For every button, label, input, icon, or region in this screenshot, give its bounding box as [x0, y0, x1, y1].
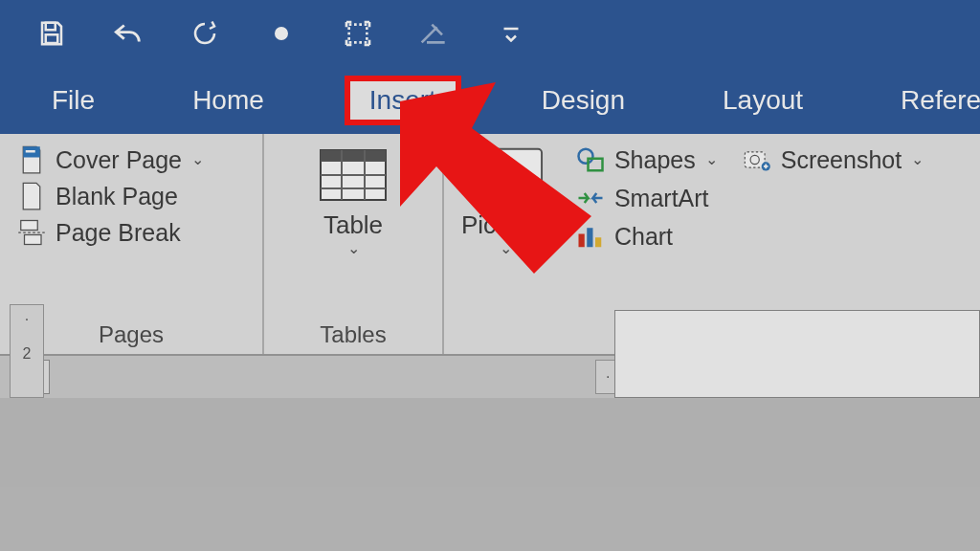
pictures-button[interactable]: Pictures ⌄ — [461, 145, 551, 252]
chevron-down-icon: ⌄ — [705, 157, 718, 163]
table-button[interactable]: Table ⌄ — [315, 145, 391, 252]
smartart-icon — [576, 184, 605, 212]
save-icon[interactable] — [34, 16, 69, 51]
svg-rect-16 — [595, 237, 601, 247]
group-tables-label: Tables — [281, 316, 425, 348]
svg-rect-15 — [587, 228, 592, 247]
tab-design[interactable]: Design — [524, 79, 642, 121]
cover-page-label: Cover Page — [56, 146, 182, 174]
chart-label: Chart — [614, 223, 673, 251]
svg-rect-9 — [321, 150, 386, 162]
group-pages-label: Pages — [17, 316, 245, 348]
vertical-ruler[interactable]: · 2 — [10, 304, 44, 398]
select-object-icon[interactable] — [341, 16, 375, 51]
quick-access-toolbar — [0, 0, 980, 67]
chart-icon — [576, 222, 605, 251]
customize-qat-icon[interactable] — [494, 16, 528, 51]
undo-icon[interactable] — [111, 16, 145, 51]
tab-insert[interactable]: Insert — [345, 76, 461, 125]
screenshot-label: Screenshot — [781, 146, 902, 174]
chevron-down-icon: ⌄ — [347, 246, 360, 252]
screenshot-button[interactable]: Screenshot ⌄ — [743, 145, 924, 174]
svg-rect-0 — [46, 23, 56, 31]
pictures-label: Pictures — [461, 210, 551, 240]
smartart-label: SmartArt — [614, 185, 709, 212]
tab-references[interactable]: References — [883, 79, 980, 121]
cover-page-icon — [17, 145, 46, 174]
group-tables: Table ⌄ Tables — [264, 134, 444, 354]
ribbon-tabstrip: File Home Insert Design Layout Reference… — [0, 67, 980, 134]
table-label: Table — [323, 210, 383, 240]
touch-mode-icon[interactable] — [264, 16, 299, 51]
page-break-icon — [17, 218, 46, 247]
tab-home[interactable]: Home — [175, 79, 281, 121]
table-icon — [315, 145, 391, 205]
chevron-down-icon: ⌄ — [500, 246, 512, 252]
tab-layout[interactable]: Layout — [705, 79, 820, 121]
tab-file[interactable]: File — [34, 79, 112, 121]
svg-rect-6 — [21, 221, 38, 231]
page-surface[interactable] — [614, 310, 980, 398]
blank-page-button[interactable]: Blank Page — [17, 182, 204, 210]
smartart-button[interactable]: SmartArt — [576, 184, 718, 212]
shapes-label: Shapes — [614, 146, 696, 174]
page-break-label: Page Break — [56, 219, 181, 247]
blank-page-label: Blank Page — [56, 183, 178, 210]
svg-point-11 — [484, 158, 500, 173]
svg-rect-1 — [46, 34, 58, 43]
shapes-icon — [576, 145, 605, 174]
svg-rect-14 — [578, 234, 584, 248]
svg-point-2 — [276, 28, 286, 38]
screenshot-icon — [743, 145, 771, 174]
page-break-button[interactable]: Page Break — [17, 218, 204, 247]
pictures-icon — [468, 145, 545, 205]
svg-point-12 — [578, 149, 592, 164]
blank-page-icon — [17, 182, 46, 210]
clear-format-icon[interactable] — [417, 16, 452, 51]
shapes-button[interactable]: Shapes ⌄ — [576, 145, 718, 174]
svg-rect-5 — [26, 150, 35, 153]
svg-rect-3 — [349, 25, 368, 43]
chart-button[interactable]: Chart — [576, 222, 718, 251]
cover-page-button[interactable]: Cover Page ⌄ — [17, 145, 204, 174]
redo-icon[interactable] — [188, 16, 222, 51]
svg-rect-7 — [25, 235, 42, 245]
chevron-down-icon: ⌄ — [911, 157, 924, 163]
chevron-down-icon: ⌄ — [191, 157, 204, 163]
